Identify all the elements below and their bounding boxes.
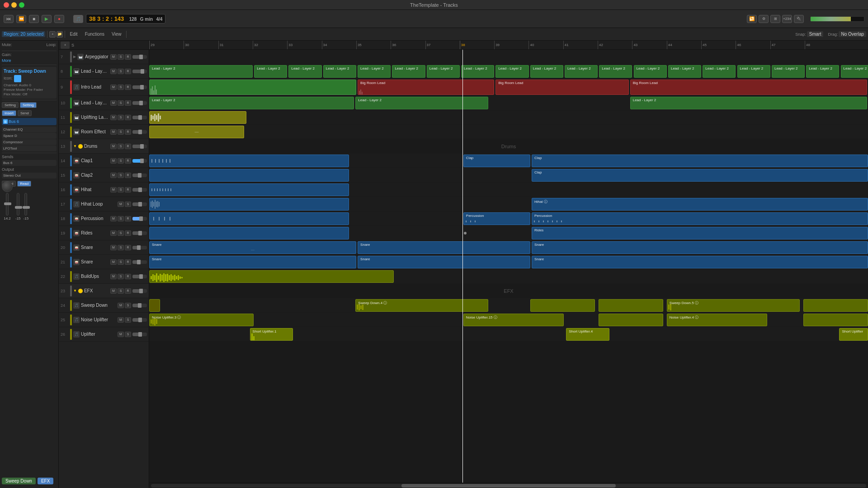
rec-13[interactable]: R [125, 144, 131, 149]
clip-lead-layer1-n[interactable]: Lead - Layer 2 [668, 65, 701, 78]
mute-24[interactable]: M [118, 303, 124, 308]
fader-20[interactable] [132, 246, 147, 249]
fader-16[interactable] [132, 188, 147, 192]
rec-18[interactable]: R [125, 216, 131, 221]
clip-big-room-lead-2[interactable]: Big Room Lead [495, 80, 628, 95]
play-button[interactable]: ▶ [42, 15, 52, 23]
clip-noise-uplifter-e[interactable] [803, 314, 868, 326]
maximize-button[interactable] [19, 2, 24, 8]
clip-lead-layer1-f[interactable]: Lead - Layer 2 [392, 65, 425, 78]
minimize-button[interactable] [11, 2, 17, 8]
clip-lead-layer2-a[interactable]: Lead - Layer 2 [149, 97, 354, 109]
fader-12[interactable] [132, 130, 147, 134]
add-track-button[interactable]: + [49, 31, 56, 38]
aux-fader-track[interactable] [17, 193, 19, 216]
fader-9[interactable] [132, 85, 147, 89]
compressor-fx[interactable]: Compressor [2, 139, 57, 145]
clip-snare1-a[interactable]: Snare — [149, 241, 356, 254]
fader-22[interactable] [132, 275, 147, 278]
fader-26[interactable] [132, 333, 147, 336]
clip-percussion-c[interactable]: Percussion [532, 212, 868, 225]
clip-snare2-b[interactable]: Snare [358, 256, 530, 268]
send-button[interactable]: Send [18, 110, 32, 116]
mute-13[interactable]: M [110, 144, 117, 149]
solo-7[interactable]: S [118, 54, 124, 60]
solo-18[interactable]: S [118, 216, 124, 221]
solo-16[interactable]: S [118, 187, 124, 192]
clip-room-effect[interactable]: — [149, 126, 244, 138]
clip-lead-layer1-l[interactable]: Lead - Layer 2 [599, 65, 632, 78]
fader-17[interactable] [132, 202, 147, 206]
rewind-button[interactable]: ⏮ [4, 15, 14, 23]
clip-noise-uplifter-b[interactable]: Noise Uplifter.15 ⓘ [463, 314, 564, 326]
stop-button[interactable]: ■ [29, 15, 39, 23]
rec-10[interactable]: R [125, 100, 131, 106]
fader-25[interactable] [132, 318, 147, 322]
clip-clap1-b[interactable]: Clap [463, 155, 530, 167]
fader-14[interactable] [132, 159, 147, 163]
clip-sweep-down-b[interactable]: Sweep Down.4 ⓘ [355, 299, 488, 312]
snap-value[interactable]: Smart [807, 31, 824, 37]
mute-16[interactable]: M [110, 187, 117, 192]
clip-sweep-down-a[interactable] [149, 299, 160, 312]
setting-button[interactable]: Setting [2, 102, 19, 108]
pan-knob[interactable] [2, 181, 13, 192]
mute-26[interactable]: M [118, 332, 124, 337]
scrollbar-thumb[interactable] [401, 484, 616, 488]
clip-sweep-down-f[interactable] [803, 299, 868, 312]
clip-clap1-a[interactable] [149, 155, 349, 167]
clip-lead-layer2-c[interactable]: Lead - Layer 2 [630, 97, 868, 109]
close-button[interactable] [4, 2, 9, 8]
rec-14[interactable]: R [125, 158, 131, 164]
channel-eq-slot[interactable]: B Bus 6 [2, 118, 57, 125]
read-button-2[interactable]: Read [17, 181, 31, 187]
clip-uplifter-c[interactable]: Short Uplifter [839, 328, 868, 341]
rec-9[interactable]: R [125, 84, 131, 90]
mute-7[interactable]: M [110, 54, 117, 60]
solo-8[interactable]: S [118, 69, 124, 74]
clip-lead-layer1-c[interactable]: Lead - Layer 2 [288, 65, 321, 78]
efx-label[interactable]: EFX [38, 478, 53, 484]
record-button[interactable]: ● [54, 15, 64, 23]
solo-11[interactable]: S [118, 115, 124, 120]
clip-lead-layer1-j[interactable]: Lead - Layer 2 [530, 65, 563, 78]
fader-13[interactable] [132, 145, 147, 148]
track-icon-swatch[interactable] [14, 75, 21, 82]
mute-8[interactable]: M [110, 69, 117, 74]
rec-8[interactable]: R [125, 69, 131, 74]
mute-9[interactable]: M [110, 84, 117, 90]
clip-snare2-c[interactable]: Snare [532, 256, 868, 268]
fader-23[interactable] [132, 289, 147, 293]
clip-lead-layer1-d[interactable]: Lead - Layer 2 [323, 65, 356, 78]
rec-16[interactable]: R [125, 187, 131, 192]
solo-14[interactable]: S [118, 158, 124, 164]
fast-backward-button[interactable]: ⏪ [16, 15, 26, 23]
cycle-button[interactable]: 🔁 [747, 15, 757, 23]
clip-snare1-c[interactable]: Snare [532, 241, 868, 254]
clip-snare2-a[interactable]: Snare [149, 256, 356, 268]
rec-19[interactable]: R [125, 230, 131, 236]
rec-21[interactable]: R [125, 259, 131, 265]
clip-lead-layer1-g[interactable]: Lead - Layer 2 [427, 65, 460, 78]
fader-18[interactable] [132, 217, 147, 221]
solo-21[interactable]: S [118, 259, 124, 265]
drag-value[interactable]: No Overlap [839, 31, 866, 37]
clip-hihat-a[interactable] [149, 183, 349, 196]
clip-intro-lead-green[interactable] [149, 80, 356, 95]
clip-lead-layer1-b[interactable]: Lead - Layer 2 [254, 65, 287, 78]
functions-menu[interactable]: Functions [82, 31, 107, 38]
clip-lead-layer1-a[interactable]: Lead - Layer 2 [149, 65, 253, 78]
clip-lead-layer2-b[interactable]: Lead - Layer 2 [355, 97, 488, 109]
clip-lead-layer1-r[interactable]: Lead - Layer 2 [806, 65, 839, 78]
mute-18[interactable]: M [110, 216, 117, 221]
clip-clap2-a[interactable] [149, 169, 349, 182]
fader-10[interactable] [132, 101, 147, 105]
volume-fader-thumb[interactable] [4, 202, 11, 205]
clip-lead-layer1-h[interactable]: Lead - Layer 2 [461, 65, 494, 78]
plus234-btn[interactable]: +234 [782, 15, 792, 23]
clip-big-room-lead-3[interactable]: Big Room Lead [630, 80, 868, 95]
fader-15[interactable] [132, 174, 147, 177]
space-designer-fx[interactable]: Space D [2, 133, 57, 139]
solo-22[interactable]: S [118, 274, 124, 279]
aux-fader-thumb[interactable] [15, 206, 22, 209]
